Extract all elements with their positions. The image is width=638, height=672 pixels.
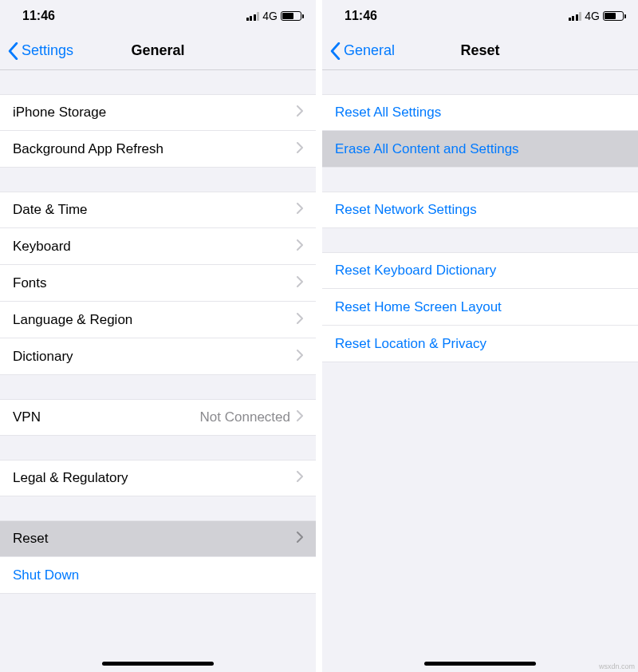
- group-storage: iPhone Storage Background App Refresh: [0, 94, 316, 168]
- row-keyboard[interactable]: Keyboard: [0, 228, 316, 265]
- row-reset-location-privacy[interactable]: Reset Location & Privacy: [322, 326, 638, 362]
- status-time: 11:46: [345, 9, 377, 23]
- row-erase-all-content[interactable]: Erase All Content and Settings: [322, 131, 638, 168]
- chevron-right-icon: [297, 202, 303, 218]
- signal-icon: [569, 12, 582, 21]
- row-language-region[interactable]: Language & Region: [0, 302, 316, 338]
- vpn-status: Not Connected: [200, 409, 290, 425]
- status-time: 11:46: [22, 9, 55, 23]
- chevron-left-icon: [8, 42, 18, 60]
- row-reset[interactable]: Reset: [0, 520, 316, 557]
- chevron-right-icon: [297, 470, 303, 486]
- group-reset-other: Reset Keyboard Dictionary Reset Home Scr…: [322, 252, 638, 362]
- row-reset-all-settings[interactable]: Reset All Settings: [322, 94, 638, 131]
- group-vpn: VPN Not Connected: [0, 399, 316, 436]
- signal-icon: [246, 12, 260, 21]
- row-legal-regulatory[interactable]: Legal & Regulatory: [0, 460, 316, 496]
- row-fonts[interactable]: Fonts: [0, 265, 316, 302]
- group-reset-main: Reset All Settings Erase All Content and…: [322, 94, 638, 168]
- row-date-time[interactable]: Date & Time: [0, 192, 316, 228]
- back-label: Settings: [22, 42, 73, 59]
- nav-bar: General Reset: [322, 32, 638, 70]
- group-system: Date & Time Keyboard Fonts Language & Re…: [0, 192, 316, 375]
- watermark: wsxdn.com: [599, 662, 635, 670]
- status-bar: 11:46 4G: [322, 0, 638, 32]
- row-dictionary[interactable]: Dictionary: [0, 338, 316, 375]
- row-reset-network-settings[interactable]: Reset Network Settings: [322, 192, 638, 228]
- group-reset-shutdown: Reset Shut Down: [0, 520, 316, 594]
- chevron-left-icon: [330, 42, 341, 60]
- row-background-app-refresh[interactable]: Background App Refresh: [0, 131, 316, 168]
- back-button[interactable]: General: [322, 42, 395, 60]
- chevron-right-icon: [297, 105, 303, 121]
- row-iphone-storage[interactable]: iPhone Storage: [0, 94, 316, 131]
- chevron-right-icon: [297, 141, 303, 157]
- status-right: 4G: [246, 10, 301, 22]
- back-label: General: [344, 42, 395, 59]
- home-indicator[interactable]: [102, 662, 214, 666]
- chevron-right-icon: [297, 531, 303, 547]
- chevron-right-icon: [297, 349, 303, 365]
- back-button[interactable]: Settings: [0, 42, 73, 60]
- network-label: 4G: [585, 10, 600, 22]
- battery-icon: [603, 11, 624, 21]
- row-vpn[interactable]: VPN Not Connected: [0, 399, 316, 436]
- chevron-right-icon: [297, 409, 303, 425]
- row-shut-down[interactable]: Shut Down: [0, 557, 316, 594]
- status-bar: 11:46 4G: [0, 0, 316, 32]
- network-label: 4G: [262, 10, 278, 22]
- group-legal: Legal & Regulatory: [0, 460, 316, 496]
- screen-general: 11:46 4G Settings General iPhone Storage…: [0, 0, 316, 672]
- status-right: 4G: [569, 10, 624, 22]
- chevron-right-icon: [297, 275, 303, 291]
- home-indicator[interactable]: [424, 662, 536, 666]
- group-reset-network: Reset Network Settings: [322, 192, 638, 228]
- nav-bar: Settings General: [0, 32, 316, 70]
- row-reset-keyboard-dictionary[interactable]: Reset Keyboard Dictionary: [322, 252, 638, 289]
- row-reset-home-screen-layout[interactable]: Reset Home Screen Layout: [322, 289, 638, 326]
- chevron-right-icon: [297, 312, 303, 328]
- chevron-right-icon: [297, 239, 303, 255]
- battery-icon: [281, 11, 301, 21]
- screen-reset: 11:46 4G General Reset Reset All Setting…: [322, 0, 638, 672]
